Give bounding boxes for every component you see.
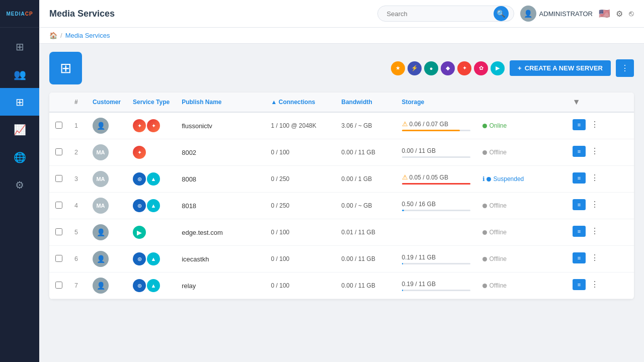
row-detail-button[interactable]: ≡ (573, 226, 586, 237)
row-connections: 0 / 100 (265, 139, 336, 166)
logout-icon[interactable]: ⎋ (629, 9, 634, 18)
row-checkbox[interactable] (55, 122, 62, 129)
search-input[interactable] (383, 7, 494, 21)
sidebar-item-media-services[interactable]: ⊞ (0, 88, 39, 116)
row-bandwidth: 0.00 / ~ GB (336, 193, 396, 219)
row-more-button[interactable]: ⋮ (588, 144, 602, 158)
main-content: Media Services 🔍 👤 ADMINISTRATOR 🇺🇸 ⚙ ⎋ … (39, 0, 644, 362)
breadcrumb-home[interactable]: 🏠 (49, 32, 57, 39)
language-flag[interactable]: 🇺🇸 (599, 8, 610, 19)
customer-avatar: MA (93, 198, 109, 214)
service-icon-4[interactable]: ◆ (441, 61, 455, 75)
row-checkbox[interactable] (55, 282, 62, 289)
col-connections[interactable]: ▲ Connections (265, 93, 336, 112)
row-storage: ⚠0.05 / 0.05 GB (396, 166, 476, 193)
row-detail-button[interactable]: ≡ (573, 146, 586, 157)
col-service-type: Service Type (127, 93, 176, 112)
filter-icon[interactable]: ▼ (573, 98, 581, 106)
row-customer: 👤 (87, 246, 127, 273)
row-publish-name: relay (176, 273, 265, 299)
row-checkbox-cell[interactable] (49, 193, 68, 219)
status-badge: Offline (482, 149, 560, 156)
search-button[interactable]: 🔍 (494, 6, 509, 21)
row-status: ℹSuspended (476, 166, 567, 193)
status-badge: Offline (482, 255, 560, 262)
row-service-type: ✦✦ (127, 112, 176, 139)
table-body: 1 👤 ✦✦ flussonictv 1 / 100 @ 2048K 3.06 … (49, 112, 634, 299)
row-checkbox-cell[interactable] (49, 112, 68, 139)
sidebar-item-dashboard[interactable]: ⊞ (0, 33, 39, 60)
row-checkbox-cell[interactable] (49, 139, 68, 166)
row-status: Offline (476, 193, 567, 219)
sidebar-item-network[interactable]: 🌐 (0, 143, 39, 171)
row-detail-button[interactable]: ≡ (573, 172, 586, 184)
row-actions: ≡ ⋮ (567, 113, 607, 136)
service-icon-6[interactable]: ✿ (474, 61, 488, 75)
service-icon-7[interactable]: ▶ (491, 61, 505, 75)
row-status: Offline (476, 273, 567, 299)
service-icon-5[interactable]: ✦ (457, 61, 471, 75)
customer-avatar: MA (93, 144, 109, 160)
row-checkbox[interactable] (55, 175, 62, 182)
breadcrumb-current: Media Services (65, 32, 110, 39)
media-services-icon: ⊞ (16, 96, 24, 108)
col-checkbox (49, 93, 68, 112)
row-num: 2 (68, 139, 87, 166)
row-checkbox-cell[interactable] (49, 246, 68, 273)
row-checkbox-cell[interactable] (49, 273, 68, 299)
row-detail-button[interactable]: ≡ (573, 279, 586, 290)
row-customer: MA (87, 166, 127, 193)
search-container: 🔍 (377, 6, 514, 22)
row-publish-name: icecastkh (176, 246, 265, 273)
storage-info: ⚠0.05 / 0.05 GB (402, 173, 470, 185)
row-status: Online (476, 112, 567, 139)
row-checkbox[interactable] (55, 228, 62, 235)
status-badge: Offline (482, 229, 560, 236)
row-checkbox[interactable] (55, 202, 62, 209)
customer-avatar: 👤 (93, 278, 109, 294)
panel-header: ⊞ ★ ⚡ ● ◆ ✦ ✿ ▶ + CREATE A NEW SERVER (49, 52, 634, 84)
status-badge: ℹSuspended (482, 175, 560, 183)
service-icon-1[interactable]: ★ (391, 61, 405, 75)
row-service-type: ⊛▲ (127, 246, 176, 273)
service-icon-2[interactable]: ⚡ (408, 61, 422, 75)
create-server-button[interactable]: + CREATE A NEW SERVER (510, 60, 611, 76)
services-table: # Customer Service Type Publish Name ▲ C… (49, 93, 634, 299)
row-customer: MA (87, 193, 127, 219)
more-options-button[interactable]: ⋮ (616, 59, 634, 77)
row-more-button[interactable]: ⋮ (588, 278, 602, 291)
row-detail-button[interactable]: ≡ (573, 119, 586, 130)
sidebar-item-settings[interactable]: ⚙ (0, 171, 39, 199)
row-storage: 0.19 / 11 GB (396, 246, 476, 273)
row-more-button[interactable]: ⋮ (588, 171, 602, 185)
row-num: 7 (68, 273, 87, 299)
row-checkbox[interactable] (55, 255, 62, 262)
service-icon-3[interactable]: ● (424, 61, 438, 75)
row-publish-name: flussonictv (176, 112, 265, 139)
row-more-button[interactable]: ⋮ (588, 198, 602, 211)
sidebar-item-users[interactable]: 👥 (0, 60, 39, 88)
settings-icon: ⚙ (15, 179, 24, 191)
row-storage: 0.00 / 11 GB (396, 139, 476, 166)
row-more-button[interactable]: ⋮ (588, 118, 602, 131)
customer-avatar: 👤 (93, 118, 109, 134)
row-more-button[interactable]: ⋮ (588, 224, 602, 238)
row-detail-button[interactable]: ≡ (573, 252, 586, 263)
row-num: 4 (68, 193, 87, 219)
row-checkbox-cell[interactable] (49, 166, 68, 193)
row-detail-button[interactable]: ≡ (573, 199, 586, 210)
row-actions: ≡ ⋮ (567, 139, 607, 163)
row-checkbox-cell[interactable] (49, 219, 68, 246)
sidebar-item-analytics[interactable]: 📈 (0, 116, 39, 143)
col-num: # (68, 93, 87, 112)
content-area: ⊞ ★ ⚡ ● ◆ ✦ ✿ ▶ + CREATE A NEW SERVER (39, 44, 644, 362)
table-row: 4 MA ⊛▲ 8018 0 / 250 0.00 / ~ GB 0.50 / … (49, 193, 634, 219)
settings-topbar-icon[interactable]: ⚙ (616, 9, 623, 19)
row-storage (396, 219, 476, 246)
row-service-type: ⊛▲ (127, 193, 176, 219)
row-checkbox[interactable] (55, 148, 62, 155)
row-customer: MA (87, 139, 127, 166)
row-customer: 👤 (87, 112, 127, 139)
customer-avatar: 👤 (93, 251, 109, 267)
row-more-button[interactable]: ⋮ (588, 251, 602, 264)
